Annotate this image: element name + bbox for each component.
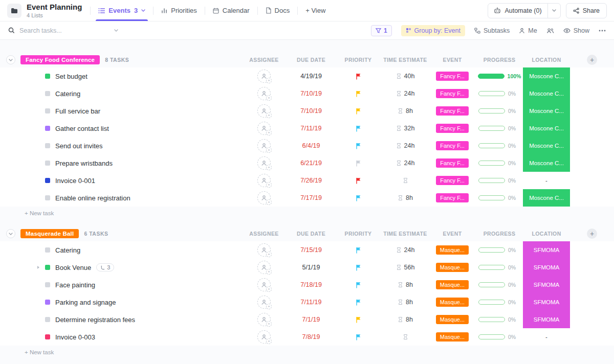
add-assignee-button[interactable]: + [257, 174, 271, 187]
task-name[interactable]: Send out invites [55, 142, 103, 150]
location-badge[interactable]: Moscone C... [523, 137, 570, 154]
event-badge[interactable]: Fancy F... [436, 193, 469, 202]
group-name-badge[interactable]: Masquerade Ball [20, 229, 79, 238]
priority-cell[interactable] [335, 85, 382, 102]
task-status-icon[interactable] [45, 161, 50, 166]
folder-chip[interactable] [7, 4, 21, 18]
due-date[interactable]: 7/11/19 [288, 293, 335, 311]
due-date[interactable]: 7/10/19 [288, 85, 335, 102]
task-row[interactable]: Full service bar + 7/10/19 [0, 102, 614, 120]
priority-cell[interactable] [335, 311, 382, 328]
filter-button[interactable]: 1 [371, 25, 392, 36]
progress[interactable]: 0% [476, 311, 523, 328]
task-status-icon[interactable] [45, 300, 50, 305]
location-badge[interactable]: Moscone C... [523, 120, 570, 137]
column-header[interactable]: PRIORITY [335, 53, 382, 66]
due-date[interactable]: 5/1/19 [288, 259, 335, 276]
task-row[interactable]: Invoice 0-003 + 7/8/19 [0, 328, 614, 346]
progress[interactable]: 0% [476, 120, 523, 137]
time-estimate[interactable] [382, 172, 429, 189]
task-status-icon[interactable] [45, 178, 50, 183]
automate-button[interactable]: Automate (0) [488, 3, 560, 18]
location-badge[interactable]: - [523, 328, 570, 346]
column-header[interactable]: ASSIGNEE [240, 53, 288, 66]
time-estimate[interactable]: 8h [382, 311, 429, 328]
search-input[interactable] [19, 27, 109, 34]
task-name[interactable]: Set budget [55, 73, 87, 80]
task-row[interactable]: Catering + 7/10/19 24h [0, 85, 614, 102]
due-date[interactable]: 6/21/19 [288, 154, 335, 172]
event-badge[interactable]: Fancy F... [436, 89, 469, 98]
due-date[interactable]: 7/18/19 [288, 276, 335, 293]
task-row[interactable]: Parking and signage + 7/11/19 [0, 293, 614, 311]
event-badge[interactable]: Fancy F... [436, 176, 469, 185]
task-name[interactable]: Catering [55, 90, 80, 98]
progress[interactable]: 0% [476, 154, 523, 172]
me-filter-button[interactable]: Me [519, 27, 537, 34]
task-row[interactable]: Gather contact list + 7/11/19 [0, 120, 614, 137]
task-name[interactable]: Catering [55, 246, 80, 254]
progress[interactable]: 0% [476, 85, 523, 102]
location-badge[interactable]: Moscone C... [523, 85, 570, 102]
priority-cell[interactable] [335, 102, 382, 120]
location-badge[interactable]: SFMOMA [523, 259, 570, 276]
time-estimate[interactable] [382, 328, 429, 346]
column-header[interactable]: ASSIGNEE [240, 227, 288, 240]
add-assignee-button[interactable]: + [257, 295, 271, 309]
collapse-group-button[interactable] [6, 55, 15, 64]
add-assignee-button[interactable]: + [257, 313, 271, 326]
time-estimate[interactable]: 8h [382, 276, 429, 293]
due-date[interactable]: 7/15/19 [288, 241, 335, 259]
priority-cell[interactable] [335, 293, 382, 311]
due-date[interactable]: 7/11/19 [288, 120, 335, 137]
due-date[interactable]: 7/26/19 [288, 172, 335, 189]
progress[interactable]: 0% [476, 259, 523, 276]
group-by-button[interactable]: Group by: Event [401, 25, 465, 36]
tab-docs[interactable]: Docs [258, 0, 298, 21]
priority-cell[interactable] [335, 154, 382, 172]
task-name[interactable]: Determine registration fees [55, 316, 135, 324]
location-badge[interactable]: Moscone C... [523, 154, 570, 172]
task-status-icon[interactable] [45, 265, 50, 270]
priority-cell[interactable] [335, 120, 382, 137]
tab-events[interactable]: Events 3 [91, 0, 153, 21]
priority-cell[interactable] [335, 276, 382, 293]
priority-cell[interactable] [335, 328, 382, 346]
priority-cell[interactable] [335, 172, 382, 189]
add-assignee-button[interactable]: + [257, 139, 271, 152]
task-name[interactable]: Full service bar [55, 107, 100, 115]
task-status-icon[interactable] [45, 74, 50, 79]
task-status-icon[interactable] [45, 247, 50, 253]
time-estimate[interactable]: 24h [382, 241, 429, 259]
add-assignee-button[interactable]: + [257, 278, 271, 291]
add-assignee-button[interactable]: + [257, 104, 271, 118]
column-header[interactable]: TIME ESTIMATE [382, 227, 429, 240]
time-estimate[interactable]: 8h [382, 189, 429, 207]
progress[interactable]: 0% [476, 328, 523, 346]
assignees-button[interactable] [546, 28, 554, 34]
task-status-icon[interactable] [45, 126, 50, 131]
column-header[interactable]: EVENT [429, 53, 476, 66]
task-status-icon[interactable] [45, 91, 50, 96]
event-badge[interactable]: Fancy F... [436, 124, 469, 133]
column-header[interactable]: PRIORITY [335, 227, 382, 240]
task-name[interactable]: Invoice 0-003 [55, 333, 95, 341]
column-header[interactable]: LOCATION [523, 53, 570, 66]
task-name[interactable]: Invoice 0-001 [55, 177, 95, 185]
progress[interactable]: 0% [476, 189, 523, 207]
event-badge[interactable]: Masque... [436, 263, 469, 272]
tab-priorities[interactable]: Priorities [154, 0, 205, 21]
event-badge[interactable]: Masque... [436, 298, 469, 307]
column-header[interactable]: DUE DATE [288, 53, 335, 66]
progress[interactable]: 0% [476, 172, 523, 189]
priority-cell[interactable] [335, 241, 382, 259]
column-header[interactable]: PROGRESS [476, 53, 523, 66]
add-assignee-button[interactable]: + [257, 330, 271, 344]
tab-calendar[interactable]: Calendar [205, 0, 257, 21]
more-button[interactable] [599, 30, 606, 32]
task-row[interactable]: Face painting + 7/18/19 8h [0, 276, 614, 293]
add-assignee-button[interactable]: + [257, 122, 271, 135]
due-date[interactable]: 7/1/19 [288, 311, 335, 328]
progress[interactable]: 0% [476, 102, 523, 120]
task-row[interactable]: Send out invites + 6/4/19 2 [0, 137, 614, 154]
